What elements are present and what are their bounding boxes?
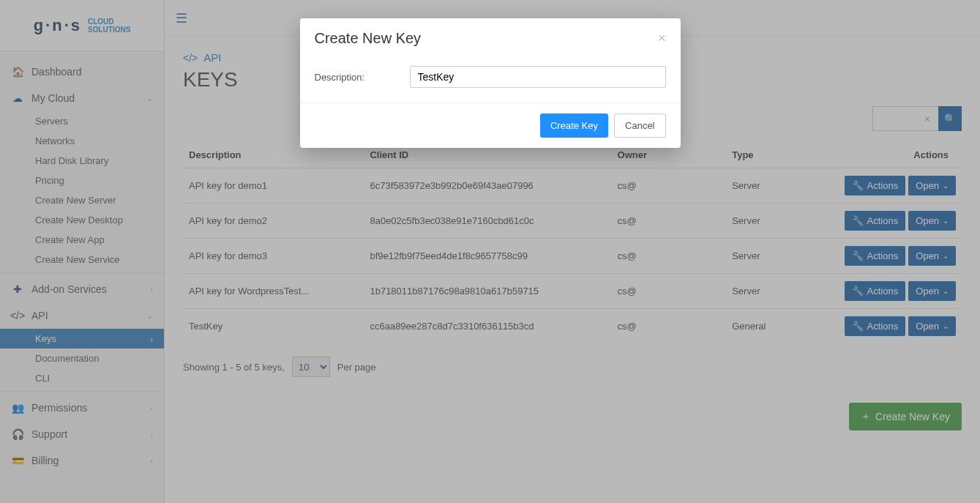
- cancel-button[interactable]: Cancel: [614, 113, 665, 138]
- create-key-modal: Create New Key × Description: Create Key…: [300, 18, 681, 148]
- description-label: Description:: [315, 72, 395, 83]
- close-icon[interactable]: ×: [658, 31, 666, 46]
- description-input[interactable]: [410, 66, 666, 88]
- create-key-button[interactable]: Create Key: [540, 113, 608, 138]
- modal-overlay: Create New Key × Description: Create Key…: [0, 0, 980, 503]
- modal-title: Create New Key: [315, 30, 422, 47]
